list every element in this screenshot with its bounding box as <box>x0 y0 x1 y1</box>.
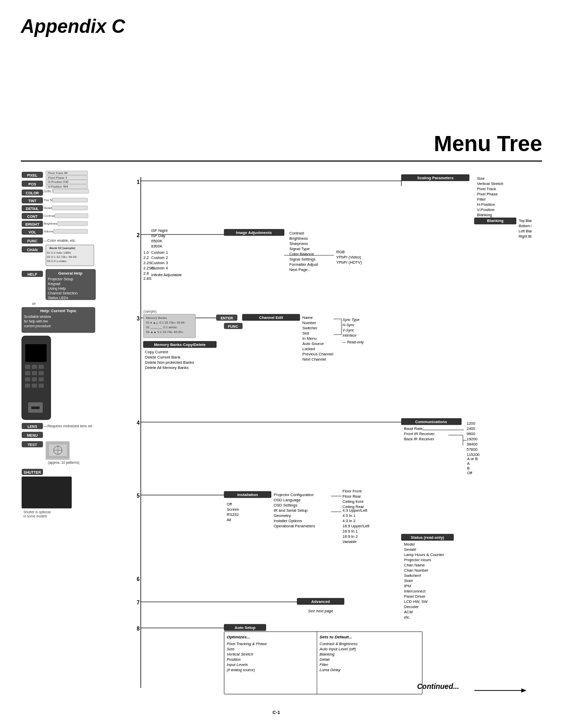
svg-text:Slot#: Slot# <box>404 578 413 583</box>
svg-text:Continued...: Continued... <box>417 682 459 690</box>
svg-text:Screen: Screen <box>227 507 239 512</box>
svg-text:Infinite Adjustable: Infinite Adjustable <box>151 273 182 277</box>
svg-text:V-Sync: V-Sync <box>342 328 354 332</box>
menu-tree-diagram: PIXEL Pixel Track 98 Pixel Phase 4 POS H… <box>21 169 532 722</box>
svg-text:In Menu: In Menu <box>302 336 316 341</box>
svg-text:COLOR: COLOR <box>26 191 39 195</box>
svg-text:Top Blank: Top Blank <box>519 219 532 223</box>
svg-text:Shutter is optional: Shutter is optional <box>23 510 51 514</box>
svg-text:FUNC: FUNC <box>27 239 37 243</box>
svg-text:Left Blank: Left Blank <box>519 229 532 233</box>
svg-text:or: or <box>32 301 35 306</box>
svg-text:Floor Front: Floor Front <box>342 489 362 493</box>
svg-text:C-1: C-1 <box>273 710 280 715</box>
svg-text:Name: Name <box>302 315 313 320</box>
svg-text:Locked: Locked <box>302 347 315 351</box>
svg-text:Vertical Stretch: Vertical Stretch <box>477 181 503 186</box>
svg-text:Floor Rear: Floor Rear <box>342 494 361 499</box>
svg-text:PIXEL: PIXEL <box>27 174 38 177</box>
svg-text:Memory Banks Copy/Delete: Memory Banks Copy/Delete <box>154 342 206 347</box>
svg-text:FUNC: FUNC <box>228 325 238 328</box>
svg-text:Color Balance: Color Balance <box>289 252 314 256</box>
svg-text:2: 2 <box>137 232 140 238</box>
appendix-title: Appendix C <box>21 16 542 38</box>
svg-text:Status (read-only): Status (read-only) <box>411 535 444 540</box>
svg-text:Back IR Receiver: Back IR Receiver <box>404 437 434 441</box>
svg-text:Pixel Phase 4: Pixel Phase 4 <box>48 176 67 179</box>
svg-text:Next Page...: Next Page... <box>289 267 311 272</box>
divider-line <box>21 161 542 162</box>
svg-text:Delete Current Bank: Delete Current Bank <box>145 355 180 360</box>
svg-text:Auto Source: Auto Source <box>302 341 324 346</box>
svg-text:Chan Name: Chan Name <box>404 563 425 567</box>
svg-text:Auto Input Level (off): Auto Input Level (off) <box>319 647 356 651</box>
svg-text:Front IR Receiver: Front IR Receiver <box>404 431 435 436</box>
svg-text:Detail: Detail <box>320 657 330 662</box>
svg-rect-24 <box>52 206 88 210</box>
svg-text:Image Adjustments: Image Adjustments <box>236 230 272 235</box>
svg-text:4:3 Upper/Left: 4:3 Upper/Left <box>342 508 368 513</box>
svg-rect-16 <box>53 189 89 193</box>
svg-text:Sets to Default...: Sets to Default... <box>320 635 352 639</box>
svg-text:ISF Day: ISF Day <box>151 233 165 238</box>
svg-text:SHUTTER: SHUTTER <box>23 471 41 474</box>
svg-text:Vertical Stretch: Vertical Stretch <box>227 652 253 657</box>
svg-rect-70 <box>25 377 30 381</box>
svg-text:CONT: CONT <box>27 215 38 218</box>
svg-text:ENTER: ENTER <box>221 316 233 320</box>
svg-text:HELP: HELP <box>28 273 38 276</box>
svg-text:—Color enable, etc.: —Color enable, etc. <box>44 239 76 242</box>
svg-text:Projector Configuration: Projector Configuration <box>274 492 314 497</box>
svg-text:3: 3 <box>137 316 140 322</box>
svg-text:(sample): (sample) <box>143 310 156 314</box>
svg-rect-72 <box>39 377 44 381</box>
svg-text:—Requires motorized lens mt.: —Requires motorized lens mt. <box>44 424 93 428</box>
svg-text:Panel Driver: Panel Driver <box>404 594 426 599</box>
svg-text:Custom 2: Custom 2 <box>151 255 168 260</box>
svg-text:2400: 2400 <box>467 426 475 431</box>
svg-text:7: 7 <box>137 600 140 606</box>
svg-text:RGB: RGB <box>336 250 345 254</box>
svg-text:03 ▲▲ 0.1  33.73k-  60.05+: 03 ▲▲ 0.1 33.73k- 60.05+ <box>146 330 184 334</box>
svg-rect-69 <box>39 371 44 375</box>
svg-text:OSD Language: OSD Language <box>274 498 301 502</box>
svg-text:19200: 19200 <box>467 437 478 441</box>
svg-rect-36 <box>53 229 88 233</box>
svg-text:POS: POS <box>29 182 36 186</box>
svg-text:01  0.2  hdtv 1080i: 01 0.2 hdtv 1080i <box>47 251 71 254</box>
svg-text:Using Help: Using Help <box>48 287 66 291</box>
svg-text:Installation: Installation <box>237 492 258 497</box>
svg-text:Number: Number <box>302 320 316 325</box>
svg-text:Projector Hours: Projector Hours <box>404 558 431 562</box>
svg-text:Filter: Filter <box>320 662 328 667</box>
svg-text:(approx. 10 patterns): (approx. 10 patterns) <box>48 461 79 465</box>
svg-rect-95 <box>22 477 71 508</box>
svg-text:Position: Position <box>227 657 241 662</box>
svg-text:TINT: TINT <box>28 199 36 203</box>
svg-text:Sync Type: Sync Type <box>342 318 360 322</box>
svg-text:Bank 02      (sample): Bank 02 (sample) <box>50 246 75 250</box>
svg-rect-66 <box>39 365 44 369</box>
svg-text:02 _______ 0.1  abcdc: 02 _______ 0.1 abcdc <box>146 326 177 329</box>
svg-text:Off: Off <box>227 502 232 507</box>
svg-rect-75 <box>39 384 44 388</box>
svg-text:A or B: A or B <box>467 456 478 461</box>
svg-text:Chan Number: Chan Number <box>404 568 429 573</box>
svg-text:YPbPr (HDTV): YPbPr (HDTV) <box>336 260 362 265</box>
svg-text:Delete Non-protected Banks: Delete Non-protected Banks <box>145 360 194 365</box>
svg-text:All: All <box>227 517 231 522</box>
svg-text:Blanking: Blanking <box>320 652 335 657</box>
svg-text:Baud Rate: Baud Rate <box>404 426 422 431</box>
svg-text:Signal Settings: Signal Settings <box>289 257 315 262</box>
svg-text:9600: 9600 <box>467 431 475 436</box>
svg-text:Pixel Track: Pixel Track <box>477 187 496 191</box>
svg-text:etc.: etc. <box>404 615 410 620</box>
svg-text:Advanced: Advanced <box>311 599 330 604</box>
svg-text:16:9 In 2: 16:9 In 2 <box>342 534 358 539</box>
svg-text:Interconnect: Interconnect <box>404 589 426 594</box>
svg-text:Decoder: Decoder <box>404 604 419 609</box>
svg-text:H-Sync: H-Sync <box>342 323 354 327</box>
svg-text:2.2: 2.2 <box>143 255 149 260</box>
svg-text:Copy Current: Copy Current <box>145 350 169 354</box>
svg-text:Model: Model <box>404 542 415 547</box>
